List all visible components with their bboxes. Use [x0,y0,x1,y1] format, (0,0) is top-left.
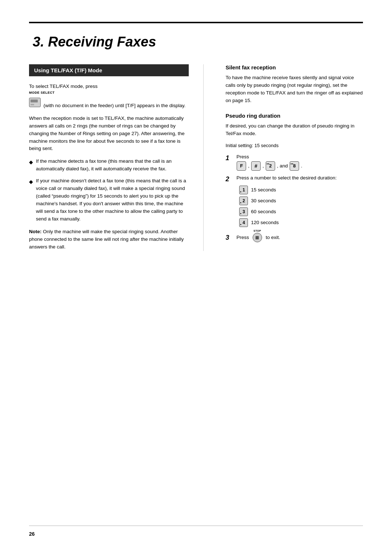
step-2: 2 Press a number to select the desired d… [225,174,363,229]
fax-machine-icon [29,98,41,107]
two-column-layout: Using TEL/FAX (T/F) Mode To select TEL/F… [29,64,363,251]
initial-setting: Initial setting: 15 seconds [225,143,363,148]
stop-button-wrapper: STOP [253,233,262,242]
left-column: Using TEL/FAX (T/F) Mode To select TEL/F… [29,64,189,251]
pseudo-ring-heading: Pseudo ring duration [225,113,363,119]
step-3-content: Press STOP to exit. [236,233,363,242]
key-8: ▸▸ 8 [290,161,299,171]
stop-icon [253,233,262,242]
key-hash: # [251,161,261,171]
right-col-inner: Silent fax reception To have the machine… [218,64,363,243]
key-2-sub: ▸▸ [267,162,270,166]
para1: When the reception mode is set to TEL/FA… [29,115,189,153]
key-2: ▸▸ 2 [266,161,275,171]
num-key-2: ▸ 2 [239,197,248,205]
step-1: 1 Press F , # , ▸▸ [225,153,363,171]
silent-fax-text: To have the machine receive faxes silent… [225,74,363,105]
left-section-header: Using TEL/FAX (T/F) Mode [29,64,189,76]
note-bold-label: Note: [29,229,42,234]
num-key-3: ▸ 3 [239,207,248,216]
bullet-diamond-2: ◆ [29,178,33,186]
step-1-buttons: F , # , ▸▸ 2 , and [236,161,363,171]
duration-item-2: ▸ 2 30 seconds [239,197,363,205]
bottom-divider [29,526,363,526]
step-1-content: Press F , # , ▸▸ 2 [236,153,363,171]
mode-select-label: MODE SELECT [29,90,189,96]
pseudo-ring-text: If desired, you can change the duration … [225,122,363,138]
num-key-1: ▸ 1 [239,186,248,194]
page-number: 26 [29,531,35,537]
key-8-sub: ▸▸ [291,162,294,166]
duration-item-1: ▸ 1 15 seconds [239,186,363,194]
chapter-title: 3. Receiving Faxes [29,34,363,50]
step-2-number: 2 [225,174,233,185]
column-divider [203,64,204,251]
key-f: F [237,161,246,171]
step-2-content: Press a number to select the desired dur… [236,174,363,229]
duration-list: ▸ 1 15 seconds ▸ 2 30 seconds [236,186,363,227]
bullet-diamond-1: ◆ [29,158,33,166]
step-3-number: 3 [225,233,233,243]
step-1-number: 1 [225,153,233,163]
duration-item-3: ▸ 3 60 seconds [239,207,363,216]
num-key-4: ▸ 4 [239,218,248,227]
fax-icon-container [29,98,42,107]
bullet-item-2: ◆ If your machine doesn't detect a fax t… [29,177,189,223]
stop-inner-icon [256,236,259,239]
duration-item-4: ▸ 4 120 seconds [239,218,363,227]
right-column: Silent fax reception To have the machine… [218,64,363,247]
top-divider [29,22,363,23]
bullet-item-1: ◆ If the machine detects a fax tone (thi… [29,158,189,173]
note-paragraph: Note: Only the machine will make the spe… [29,228,189,251]
step-3: 3 Press STOP to exit. [225,233,363,243]
page-container: 3. Receiving Faxes Using TEL/FAX (T/F) M… [0,0,392,555]
intro-text: To select TEL/FAX mode, press MODE SELEC… [29,83,189,110]
silent-fax-heading: Silent fax reception [225,64,363,70]
